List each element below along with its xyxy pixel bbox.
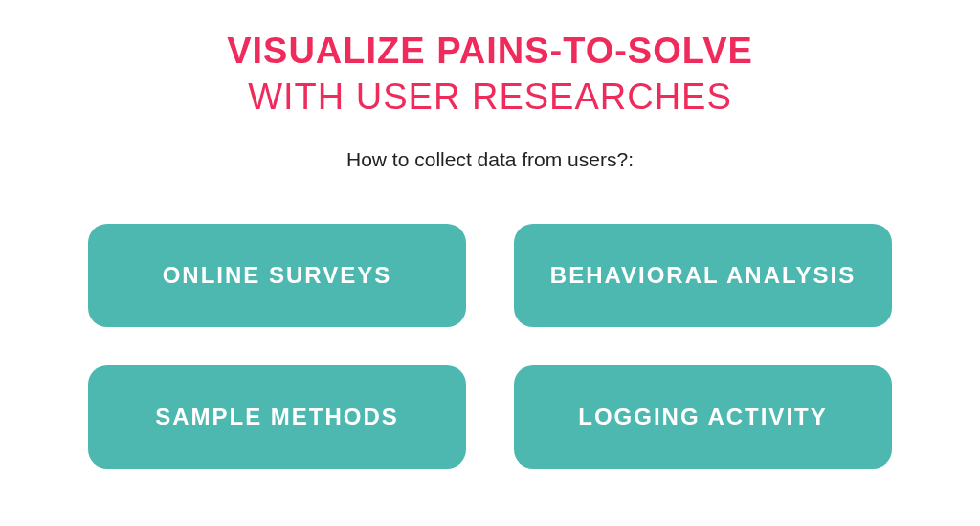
card-behavioral-analysis: BEHAVIORAL ANALYSIS <box>514 224 892 327</box>
title-line-2: WITH USER RESEARCHES <box>227 75 753 121</box>
page-heading: VISUALIZE PAINS-TO-SOLVE WITH USER RESEA… <box>227 29 753 120</box>
card-online-surveys: ONLINE SURVEYS <box>88 224 466 327</box>
title-line-1: VISUALIZE PAINS-TO-SOLVE <box>227 29 753 75</box>
card-sample-methods: SAMPLE METHODS <box>88 365 466 469</box>
cards-grid: ONLINE SURVEYS BEHAVIORAL ANALYSIS SAMPL… <box>88 224 892 469</box>
subtitle: How to collect data from users?: <box>346 148 634 171</box>
card-logging-activity: LOGGING ACTIVITY <box>514 365 892 469</box>
